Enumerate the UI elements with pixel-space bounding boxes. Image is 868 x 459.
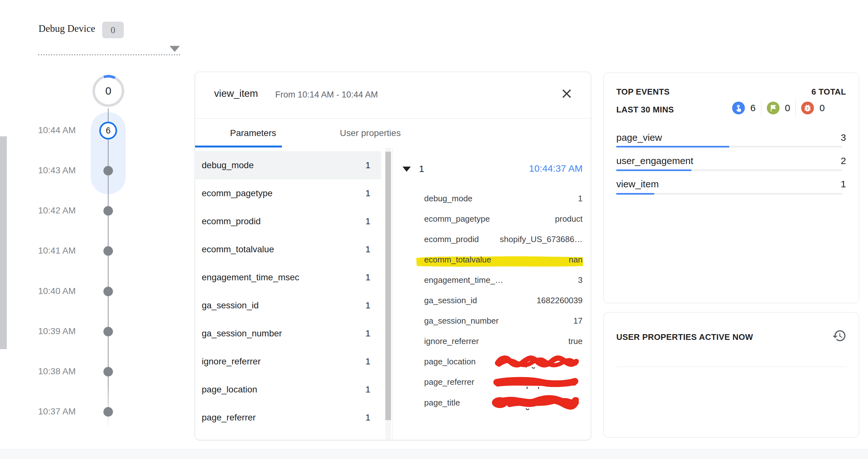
timeline-selected-minute-count[interactable]: 6 [99, 122, 117, 140]
parameter-count: 1 [365, 160, 370, 170]
active-tab-indicator [195, 146, 282, 147]
event-parameter-row: ecomm_prodid shopify_US_673686… [424, 234, 583, 245]
parameter-list-item[interactable]: page_referrer 1 [195, 404, 381, 432]
parameter-value: 1682260039 [536, 295, 583, 306]
parameter-name: ecomm_totalvalue [202, 244, 274, 255]
parameter-name: ecomm_pagetype [424, 214, 490, 224]
user-properties-divider [616, 367, 846, 367]
parameter-name: ga_session_id [424, 295, 477, 306]
parameter-list-item[interactable]: ecomm_totalvalue 1 [195, 235, 381, 263]
timeline-time-label[interactable]: 10:41 AM [35, 246, 76, 256]
event-parameter-row-highlighted: ecomm_totalvalue nan [424, 254, 583, 265]
event-title: view_item [214, 88, 258, 99]
event-timestamp[interactable]: 10:44:37 AM [529, 163, 583, 174]
parameter-name: page_location [202, 384, 257, 395]
timeline-minute-dot[interactable] [103, 246, 113, 256]
top-event-count: 1 [841, 179, 846, 190]
device-dropdown-icon[interactable] [169, 46, 180, 52]
last-30-mins-label: LAST 30 MINS [616, 105, 674, 115]
timeline-minute-dot[interactable] [103, 206, 113, 216]
parameter-name: page_title [424, 398, 460, 408]
parameter-list-item[interactable]: debug_mode 1 [195, 151, 381, 179]
parameter-name: ga_session_number [202, 328, 282, 339]
touch-events-icon [732, 102, 745, 114]
parameter-list-item[interactable]: ga_session_number 1 [195, 319, 381, 347]
timeline-minute-dot[interactable] [103, 287, 113, 296]
parameter-list-item[interactable]: ecomm_prodid 1 [195, 207, 381, 235]
close-icon[interactable] [560, 87, 573, 100]
user-properties-title: USER PROPERTIES ACTIVE NOW [616, 332, 753, 342]
top-event-count: 3 [841, 132, 846, 143]
parameter-list-item[interactable]: engagement_time_msec 1 [195, 263, 381, 291]
parameter-list-item[interactable]: page_location 1 [195, 376, 381, 404]
top-events-card: TOP EVENTS 6 TOTAL LAST 30 MINS 6 0 0 pa [603, 73, 859, 303]
parameter-value: true [568, 336, 583, 346]
conversions-count: 0 [785, 103, 790, 113]
timeline-time-label[interactable]: 10:38 AM [35, 366, 76, 376]
parameter-name: ecomm_totalvalue [424, 255, 491, 265]
parameter-list-item[interactable]: ignore_referrer 1 [195, 347, 381, 376]
detail-index: 1 [419, 164, 424, 174]
redaction-scribble [493, 376, 579, 390]
history-icon[interactable] [832, 328, 847, 343]
parameter-list-scrollbar-thumb[interactable] [385, 152, 391, 420]
parameter-name: engagement_time_… [424, 275, 503, 285]
timeline-minute-dot[interactable] [103, 166, 113, 175]
parameter-list-item[interactable]: ecomm_pagetype 1 [195, 179, 381, 207]
parameter-value: shopify_US_673686… [500, 234, 583, 244]
parameter-count: 1 [365, 328, 370, 339]
header-divider [195, 118, 591, 118]
top-event-bar-track [616, 193, 842, 195]
parameter-name: engagement_time_msec [202, 272, 300, 283]
parameter-name: page_referrer [202, 412, 256, 423]
parameter-count: 1 [365, 188, 370, 198]
timeline-time-label[interactable]: 10:37 AM [35, 406, 76, 417]
event-parameter-row: ga_session_number 17 [424, 316, 583, 326]
parameter-name: debug_mode [202, 160, 254, 170]
parameter-list-item[interactable]: ga_session_id 1 [195, 291, 381, 319]
debug-device-label: Debug Device [38, 23, 95, 34]
parameter-name: page_referrer [424, 377, 474, 387]
top-event-count: 2 [841, 155, 846, 166]
parameter-count: 1 [365, 356, 370, 367]
parameter-name: ga_session_id [202, 300, 259, 311]
detail-expander[interactable]: 1 [403, 164, 424, 174]
event-detail-dialog: view_item From 10:14 AM - 10:44 AM Param… [195, 72, 591, 440]
parameter-count: 1 [365, 272, 370, 283]
event-parameter-row: debug_mode 1 [424, 193, 583, 204]
tab-user-properties[interactable]: User properties [340, 128, 401, 138]
user-properties-card: USER PROPERTIES ACTIVE NOW [603, 312, 859, 438]
counter-divider [796, 101, 796, 116]
tab-parameters[interactable]: Parameters [230, 128, 276, 138]
errors-count: 0 [819, 103, 825, 113]
top-event-bar [616, 146, 729, 147]
footer-strip [0, 449, 868, 459]
parameter-count: 1 [365, 412, 370, 423]
event-parameter-row: ecomm_pagetype product [424, 213, 583, 224]
parameter-value: nan [569, 255, 583, 265]
parameter-name: ecomm_pagetype [202, 188, 273, 198]
top-event-name[interactable]: view_item [616, 179, 659, 190]
timeline-minute-dot[interactable] [103, 367, 113, 376]
parameter-count: 1 [365, 384, 370, 395]
timeline-minute-dot[interactable] [103, 407, 113, 417]
event-parameter-row: ga_session_id 1682260039 [424, 295, 583, 306]
top-event-bar [616, 169, 691, 171]
parameter-count: 1 [365, 244, 370, 255]
debugview-page: Debug Device 0 0 10:44 AM 6 10:43 AM 10:… [0, 0, 868, 459]
window-scrollbar[interactable] [0, 136, 7, 349]
event-time-range: From 10:14 AM - 10:44 AM [275, 90, 378, 100]
timeline-time-label[interactable]: 10:42 AM [35, 205, 76, 216]
device-selector-underline[interactable] [38, 54, 180, 55]
timeline-time-label[interactable]: 10:43 AM [35, 165, 76, 175]
current-minute-count: 0 [91, 74, 125, 108]
top-event-name[interactable]: page_view [616, 132, 662, 143]
timeline-time-label[interactable]: 10:40 AM [35, 286, 76, 296]
timeline-time-label[interactable]: 10:39 AM [35, 326, 76, 336]
event-type-counters: 6 0 0 [732, 101, 825, 116]
timeline-minute-dot[interactable] [103, 327, 113, 336]
timeline-axis [108, 108, 108, 429]
parameter-value: 3 [578, 275, 583, 285]
top-event-name[interactable]: user_engagement [616, 155, 693, 166]
timeline-time-label[interactable]: 10:44 AM [35, 125, 76, 135]
